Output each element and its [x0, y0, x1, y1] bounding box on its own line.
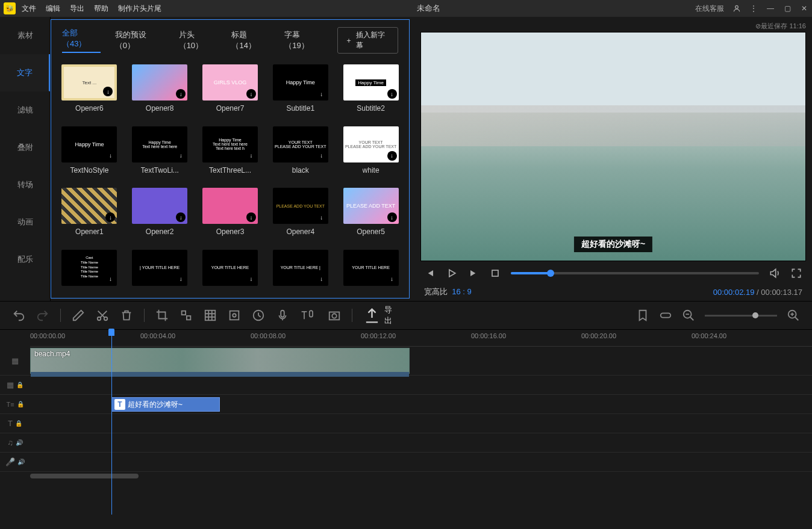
add-subtitle-button[interactable]: ＋插入新字幕: [337, 27, 398, 54]
export-button[interactable]: 导出: [363, 305, 393, 326]
preview-video[interactable]: 超好看的沙滩呀~: [420, 32, 806, 261]
library-thumbnail[interactable]: PLEASE ADD YOU TEXT↓: [273, 188, 328, 224]
library-thumbnail[interactable]: Happy Time Text here text here Text here…: [202, 126, 258, 162]
menu-dots-icon[interactable]: ⋮: [749, 4, 758, 13]
download-icon[interactable]: ↓: [246, 212, 256, 222]
crop-icon[interactable]: [155, 309, 169, 322]
library-thumbnail[interactable]: Happy Time↓: [343, 64, 399, 101]
library-thumbnail[interactable]: YOUR TEXT PLEASE ADD YOUR TEXT↓: [343, 126, 399, 162]
download-icon[interactable]: ↓: [317, 151, 326, 161]
library-item[interactable]: YOUR TEXT PLEASE ADD YOUR TEXT↓white: [341, 126, 401, 180]
play-button[interactable]: [446, 267, 458, 279]
seek-slider[interactable]: [511, 272, 759, 274]
library-item[interactable]: Happy Time Text here text here Text here…: [201, 126, 260, 180]
menu-file[interactable]: 文件: [22, 4, 36, 14]
download-icon[interactable]: ↓: [105, 274, 115, 284]
library-item[interactable]: YOUR TITLE HERE↓: [341, 250, 401, 295]
lock-icon[interactable]: 🔒: [15, 420, 22, 427]
close-icon[interactable]: ✕: [800, 4, 808, 13]
redo-button[interactable]: [36, 309, 49, 322]
menu-help[interactable]: 帮助: [94, 4, 108, 14]
library-item[interactable]: | YOUR TITLE HERE↓: [130, 250, 190, 295]
library-thumbnail[interactable]: Happy Time↓: [273, 64, 328, 101]
tts-icon[interactable]: [300, 309, 317, 322]
menu-titles[interactable]: 制作片头片尾: [118, 4, 161, 14]
marker-icon[interactable]: [636, 309, 649, 322]
sidebar-item-media[interactable]: 素材: [0, 17, 50, 54]
speed-icon[interactable]: [252, 309, 265, 322]
download-icon[interactable]: ↓: [387, 274, 397, 284]
sidebar-item-overlay[interactable]: 叠附: [0, 129, 50, 166]
video-clip[interactable]: beach.mp4: [30, 348, 410, 374]
tab-subtitles[interactable]: 字幕（19）: [284, 29, 323, 51]
download-icon[interactable]: ↓: [176, 89, 186, 99]
prev-frame-button[interactable]: [424, 267, 436, 279]
menu-export[interactable]: 导出: [70, 4, 84, 14]
snapshot-icon[interactable]: [328, 309, 341, 322]
download-icon[interactable]: ↓: [246, 89, 256, 99]
download-icon[interactable]: ↓: [176, 212, 186, 222]
library-item[interactable]: YOUR TITLE HERE↓: [201, 250, 260, 295]
library-thumbnail[interactable]: ↓: [202, 188, 258, 224]
library-item[interactable]: PLEASE ADD TEXT↓Opener5: [341, 188, 401, 241]
library-thumbnail[interactable]: ↓: [61, 188, 117, 224]
download-icon[interactable]: ↓: [387, 151, 397, 161]
sidebar-item-music[interactable]: 配乐: [0, 241, 50, 278]
tab-titles[interactable]: 标题（14）: [231, 29, 270, 51]
library-item[interactable]: YOUR TEXT PLEASE ADD YOUR TEXT↓black: [270, 126, 330, 180]
library-item[interactable]: ↓Opener2: [130, 188, 190, 241]
download-icon[interactable]: ↓: [105, 212, 115, 222]
library-item[interactable]: ↓Opener8: [130, 64, 190, 118]
library-item[interactable]: ↓Opener1: [60, 188, 119, 241]
library-thumbnail[interactable]: GIRLS VLOG↓: [202, 64, 258, 101]
sidebar-item-animation[interactable]: 动画: [0, 203, 50, 241]
library-item[interactable]: Happy Time↓Subtitle1: [270, 64, 330, 118]
download-icon[interactable]: ↓: [317, 274, 326, 284]
library-item[interactable]: GIRLS VLOG↓Opener7: [201, 64, 260, 118]
library-thumbnail[interactable]: ↓: [132, 64, 187, 101]
library-item[interactable]: Happy Time Text here text here↓TextTwoLi…: [130, 126, 190, 180]
cut-icon[interactable]: [96, 309, 109, 322]
next-frame-button[interactable]: [467, 267, 479, 279]
library-thumbnail[interactable]: Cast Title Name Title Name Title Name Ti…: [61, 250, 117, 286]
account-icon[interactable]: [732, 4, 741, 13]
download-icon[interactable]: ↓: [176, 274, 186, 284]
undo-button[interactable]: [12, 309, 25, 322]
menu-edit[interactable]: 编辑: [46, 4, 60, 14]
playhead[interactable]: [111, 330, 112, 515]
freeze-icon[interactable]: [228, 309, 241, 322]
download-icon[interactable]: ↓: [387, 89, 397, 99]
timeline-ruler[interactable]: 00:00:00.0000:00:04.0000:00:08.0000:00:1…: [30, 330, 812, 347]
library-thumbnail[interactable]: YOUR TITLE HERE↓: [343, 250, 399, 286]
library-item[interactable]: Happy Time↓TextNoStyle: [60, 126, 119, 180]
voiceover-icon[interactable]: [276, 309, 289, 322]
download-icon[interactable]: ↓: [317, 212, 326, 222]
mute-icon[interactable]: 🔊: [16, 439, 23, 446]
library-item[interactable]: ↓Opener3: [201, 188, 260, 241]
mute-icon[interactable]: 🔊: [17, 459, 25, 465]
library-thumbnail[interactable]: ↓: [132, 188, 187, 224]
mosaic-icon[interactable]: [180, 309, 193, 322]
sidebar-item-transition[interactable]: 转场: [0, 166, 50, 203]
timeline-scrollbar[interactable]: [0, 472, 812, 480]
download-icon[interactable]: ↓: [246, 151, 256, 161]
edit-icon[interactable]: [72, 309, 85, 322]
text-clip[interactable]: T 超好看的沙滩呀~: [111, 397, 220, 412]
download-icon[interactable]: ↓: [103, 87, 113, 96]
zoom-in-icon[interactable]: [787, 309, 800, 322]
volume-icon[interactable]: [769, 267, 781, 279]
tab-openers[interactable]: 片头（10）: [179, 29, 217, 51]
lock-icon[interactable]: 🔒: [17, 401, 24, 407]
sidebar-item-filter[interactable]: 滤镜: [0, 91, 50, 129]
download-icon[interactable]: ↓: [105, 151, 115, 161]
stop-button[interactable]: [489, 267, 501, 279]
library-thumbnail[interactable]: PLEASE ADD TEXT↓: [343, 188, 399, 224]
maximize-icon[interactable]: ▢: [783, 4, 792, 13]
library-item[interactable]: Cast Title Name Title Name Title Name Ti…: [60, 250, 119, 295]
zoom-out-icon[interactable]: [682, 309, 695, 322]
library-thumbnail[interactable]: YOUR TITLE HERE |↓: [273, 250, 328, 286]
lock-icon[interactable]: 🔒: [16, 382, 23, 388]
library-thumbnail[interactable]: | YOUR TITLE HERE↓: [132, 250, 187, 286]
tab-all[interactable]: 全部（43）: [62, 28, 101, 53]
library-item[interactable]: ↓Opener6: [60, 64, 119, 118]
